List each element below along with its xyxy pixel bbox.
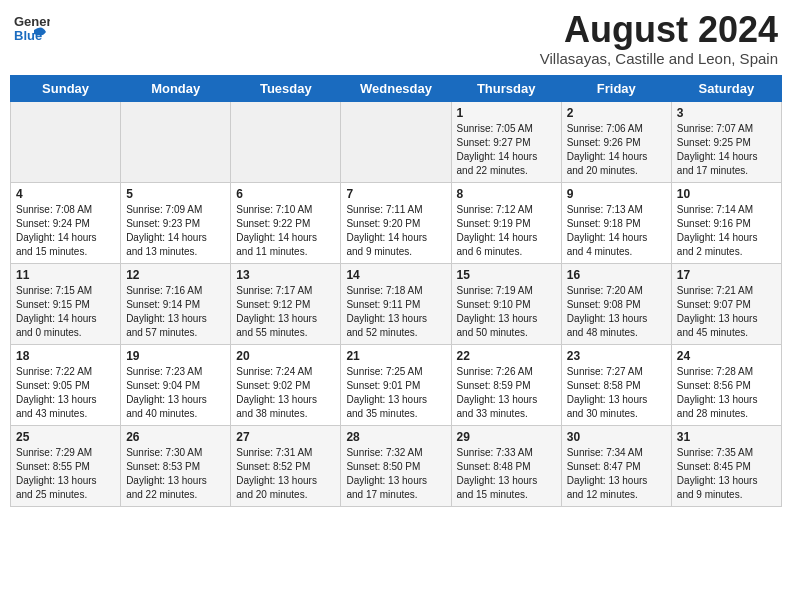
day-info: Sunrise: 7:16 AMSunset: 9:14 PMDaylight:… xyxy=(126,284,225,340)
day-info: Sunrise: 7:13 AMSunset: 9:18 PMDaylight:… xyxy=(567,203,666,259)
day-number: 18 xyxy=(16,349,115,363)
calendar-cell: 5Sunrise: 7:09 AMSunset: 9:23 PMDaylight… xyxy=(121,182,231,263)
month-year: August 2024 xyxy=(540,10,778,50)
calendar-cell: 24Sunrise: 7:28 AMSunset: 8:56 PMDayligh… xyxy=(671,344,781,425)
calendar-week-5: 25Sunrise: 7:29 AMSunset: 8:55 PMDayligh… xyxy=(11,425,782,506)
page-header: General Blue August 2024 Villasayas, Cas… xyxy=(10,10,782,67)
day-info: Sunrise: 7:22 AMSunset: 9:05 PMDaylight:… xyxy=(16,365,115,421)
calendar-cell: 15Sunrise: 7:19 AMSunset: 9:10 PMDayligh… xyxy=(451,263,561,344)
calendar-week-3: 11Sunrise: 7:15 AMSunset: 9:15 PMDayligh… xyxy=(11,263,782,344)
logo: General Blue xyxy=(14,10,50,46)
calendar-cell: 6Sunrise: 7:10 AMSunset: 9:22 PMDaylight… xyxy=(231,182,341,263)
calendar-cell: 25Sunrise: 7:29 AMSunset: 8:55 PMDayligh… xyxy=(11,425,121,506)
logo-icon: General Blue xyxy=(14,10,50,46)
day-info: Sunrise: 7:10 AMSunset: 9:22 PMDaylight:… xyxy=(236,203,335,259)
day-info: Sunrise: 7:19 AMSunset: 9:10 PMDaylight:… xyxy=(457,284,556,340)
day-number: 6 xyxy=(236,187,335,201)
calendar-week-1: 1Sunrise: 7:05 AMSunset: 9:27 PMDaylight… xyxy=(11,101,782,182)
weekday-header-row: SundayMondayTuesdayWednesdayThursdayFrid… xyxy=(11,75,782,101)
calendar-cell: 12Sunrise: 7:16 AMSunset: 9:14 PMDayligh… xyxy=(121,263,231,344)
day-info: Sunrise: 7:05 AMSunset: 9:27 PMDaylight:… xyxy=(457,122,556,178)
calendar-cell: 3Sunrise: 7:07 AMSunset: 9:25 PMDaylight… xyxy=(671,101,781,182)
day-number: 31 xyxy=(677,430,776,444)
weekday-header-tuesday: Tuesday xyxy=(231,75,341,101)
calendar-cell: 30Sunrise: 7:34 AMSunset: 8:47 PMDayligh… xyxy=(561,425,671,506)
day-number: 9 xyxy=(567,187,666,201)
day-number: 2 xyxy=(567,106,666,120)
day-number: 13 xyxy=(236,268,335,282)
weekday-header-thursday: Thursday xyxy=(451,75,561,101)
day-number: 30 xyxy=(567,430,666,444)
day-number: 4 xyxy=(16,187,115,201)
calendar-cell: 8Sunrise: 7:12 AMSunset: 9:19 PMDaylight… xyxy=(451,182,561,263)
day-info: Sunrise: 7:23 AMSunset: 9:04 PMDaylight:… xyxy=(126,365,225,421)
calendar-cell: 10Sunrise: 7:14 AMSunset: 9:16 PMDayligh… xyxy=(671,182,781,263)
day-number: 5 xyxy=(126,187,225,201)
calendar-cell: 21Sunrise: 7:25 AMSunset: 9:01 PMDayligh… xyxy=(341,344,451,425)
day-info: Sunrise: 7:21 AMSunset: 9:07 PMDaylight:… xyxy=(677,284,776,340)
day-number: 17 xyxy=(677,268,776,282)
calendar-cell: 22Sunrise: 7:26 AMSunset: 8:59 PMDayligh… xyxy=(451,344,561,425)
day-info: Sunrise: 7:32 AMSunset: 8:50 PMDaylight:… xyxy=(346,446,445,502)
day-number: 29 xyxy=(457,430,556,444)
day-info: Sunrise: 7:35 AMSunset: 8:45 PMDaylight:… xyxy=(677,446,776,502)
day-number: 11 xyxy=(16,268,115,282)
day-info: Sunrise: 7:25 AMSunset: 9:01 PMDaylight:… xyxy=(346,365,445,421)
calendar-cell: 13Sunrise: 7:17 AMSunset: 9:12 PMDayligh… xyxy=(231,263,341,344)
svg-text:General: General xyxy=(14,14,50,29)
calendar-cell: 1Sunrise: 7:05 AMSunset: 9:27 PMDaylight… xyxy=(451,101,561,182)
day-info: Sunrise: 7:09 AMSunset: 9:23 PMDaylight:… xyxy=(126,203,225,259)
calendar-cell: 11Sunrise: 7:15 AMSunset: 9:15 PMDayligh… xyxy=(11,263,121,344)
day-number: 12 xyxy=(126,268,225,282)
svg-text:Blue: Blue xyxy=(14,28,42,43)
day-number: 1 xyxy=(457,106,556,120)
day-number: 21 xyxy=(346,349,445,363)
day-info: Sunrise: 7:24 AMSunset: 9:02 PMDaylight:… xyxy=(236,365,335,421)
day-info: Sunrise: 7:12 AMSunset: 9:19 PMDaylight:… xyxy=(457,203,556,259)
day-number: 24 xyxy=(677,349,776,363)
day-number: 23 xyxy=(567,349,666,363)
day-number: 3 xyxy=(677,106,776,120)
day-info: Sunrise: 7:29 AMSunset: 8:55 PMDaylight:… xyxy=(16,446,115,502)
day-number: 8 xyxy=(457,187,556,201)
day-number: 25 xyxy=(16,430,115,444)
weekday-header-wednesday: Wednesday xyxy=(341,75,451,101)
day-info: Sunrise: 7:20 AMSunset: 9:08 PMDaylight:… xyxy=(567,284,666,340)
day-number: 26 xyxy=(126,430,225,444)
day-info: Sunrise: 7:27 AMSunset: 8:58 PMDaylight:… xyxy=(567,365,666,421)
day-number: 28 xyxy=(346,430,445,444)
calendar-cell: 20Sunrise: 7:24 AMSunset: 9:02 PMDayligh… xyxy=(231,344,341,425)
day-number: 20 xyxy=(236,349,335,363)
calendar-week-2: 4Sunrise: 7:08 AMSunset: 9:24 PMDaylight… xyxy=(11,182,782,263)
day-info: Sunrise: 7:18 AMSunset: 9:11 PMDaylight:… xyxy=(346,284,445,340)
calendar-cell: 14Sunrise: 7:18 AMSunset: 9:11 PMDayligh… xyxy=(341,263,451,344)
day-number: 7 xyxy=(346,187,445,201)
weekday-header-saturday: Saturday xyxy=(671,75,781,101)
day-info: Sunrise: 7:14 AMSunset: 9:16 PMDaylight:… xyxy=(677,203,776,259)
calendar-cell: 16Sunrise: 7:20 AMSunset: 9:08 PMDayligh… xyxy=(561,263,671,344)
calendar-cell: 29Sunrise: 7:33 AMSunset: 8:48 PMDayligh… xyxy=(451,425,561,506)
calendar-cell: 4Sunrise: 7:08 AMSunset: 9:24 PMDaylight… xyxy=(11,182,121,263)
calendar-cell xyxy=(11,101,121,182)
calendar-cell: 26Sunrise: 7:30 AMSunset: 8:53 PMDayligh… xyxy=(121,425,231,506)
calendar-cell: 9Sunrise: 7:13 AMSunset: 9:18 PMDaylight… xyxy=(561,182,671,263)
calendar-cell xyxy=(231,101,341,182)
calendar-cell: 2Sunrise: 7:06 AMSunset: 9:26 PMDaylight… xyxy=(561,101,671,182)
day-info: Sunrise: 7:28 AMSunset: 8:56 PMDaylight:… xyxy=(677,365,776,421)
calendar-cell xyxy=(121,101,231,182)
day-number: 10 xyxy=(677,187,776,201)
day-number: 15 xyxy=(457,268,556,282)
day-info: Sunrise: 7:07 AMSunset: 9:25 PMDaylight:… xyxy=(677,122,776,178)
title-block: August 2024 Villasayas, Castille and Leo… xyxy=(540,10,778,67)
day-number: 16 xyxy=(567,268,666,282)
day-info: Sunrise: 7:11 AMSunset: 9:20 PMDaylight:… xyxy=(346,203,445,259)
day-number: 27 xyxy=(236,430,335,444)
day-info: Sunrise: 7:33 AMSunset: 8:48 PMDaylight:… xyxy=(457,446,556,502)
day-number: 19 xyxy=(126,349,225,363)
day-info: Sunrise: 7:34 AMSunset: 8:47 PMDaylight:… xyxy=(567,446,666,502)
day-info: Sunrise: 7:15 AMSunset: 9:15 PMDaylight:… xyxy=(16,284,115,340)
day-number: 14 xyxy=(346,268,445,282)
day-info: Sunrise: 7:31 AMSunset: 8:52 PMDaylight:… xyxy=(236,446,335,502)
calendar-cell: 23Sunrise: 7:27 AMSunset: 8:58 PMDayligh… xyxy=(561,344,671,425)
calendar-cell: 7Sunrise: 7:11 AMSunset: 9:20 PMDaylight… xyxy=(341,182,451,263)
